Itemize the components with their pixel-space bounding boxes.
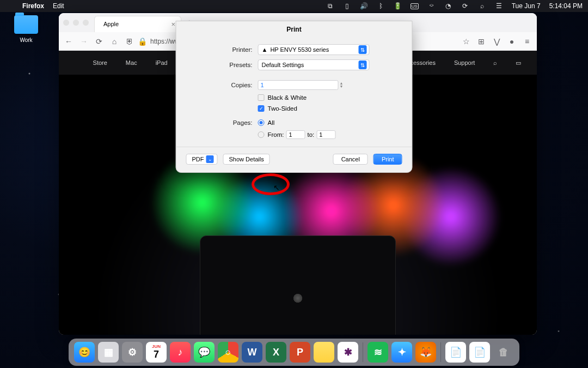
dock-document-2[interactable]: 📄 <box>469 342 490 363</box>
browser-tab-apple[interactable]: Apple × <box>94 16 181 32</box>
dock-safari[interactable]: ✦ <box>391 342 412 363</box>
menubar-edit[interactable]: Edit <box>53 2 64 10</box>
copies-label: Copies: <box>176 82 258 88</box>
bookmark-star-icon[interactable]: ☆ <box>462 37 470 46</box>
user-icon[interactable]: ◔ <box>444 2 452 10</box>
presets-select[interactable]: Default Settings ⇅ <box>258 59 370 70</box>
nav-ipad[interactable]: iPad <box>156 59 168 66</box>
dock-excel[interactable]: X <box>266 342 286 363</box>
sync-icon[interactable]: ⟳ <box>461 2 469 10</box>
pdf-dropdown-button[interactable]: PDF ⌄ <box>186 154 218 165</box>
select-chevron-icon: ⇅ <box>359 61 367 69</box>
dock-word[interactable]: W <box>242 342 262 363</box>
nav-mac[interactable]: Mac <box>126 59 137 66</box>
close-tab-icon[interactable]: × <box>171 20 175 28</box>
pdf-chevron-icon: ⌄ <box>206 155 214 163</box>
dock-launchpad[interactable]: ▦ <box>98 342 119 363</box>
pdf-label: PDF <box>192 156 204 162</box>
pages-label: Pages: <box>176 119 258 126</box>
dock-separator <box>440 342 441 362</box>
home-icon[interactable]: ⌂ <box>110 37 119 46</box>
bw-label: Black & White <box>268 94 307 101</box>
desktop-folder-work[interactable]: Work <box>10 15 42 43</box>
dock-messages[interactable]: 💬 <box>194 342 215 363</box>
reload-icon[interactable]: ⟳ <box>95 37 103 46</box>
bw-checkbox[interactable] <box>258 94 265 101</box>
printer-value: HP ENVY 5530 series <box>270 46 329 53</box>
dock-music[interactable]: ♪ <box>170 342 191 363</box>
nav-bag-icon[interactable]: ▭ <box>516 59 521 67</box>
warning-icon: ▲ <box>262 46 268 53</box>
bluetooth-icon[interactable]: ᛒ <box>377 2 385 10</box>
macos-menubar: Firefox Edit ⧉ ▯ 🔊 ᛒ 🔋 US ⌔ ◔ ⟳ ⌕ ☰ Tue … <box>0 0 588 12</box>
menubar-date[interactable]: Tue Jun 7 <box>512 2 541 10</box>
twosided-checkbox[interactable]: ✓ <box>258 105 265 112</box>
pages-range-radio[interactable] <box>258 131 265 138</box>
presets-value: Default Settings <box>262 62 304 68</box>
dock-powerpoint[interactable]: P <box>290 342 310 363</box>
pages-to-input[interactable] <box>316 130 335 139</box>
folder-icon <box>14 15 38 34</box>
print-dialog: Print Printer: ▲ HP ENVY 5530 series ⇅ P… <box>176 21 413 173</box>
lock-icon[interactable]: 🔒 <box>138 37 146 46</box>
nav-search-icon[interactable]: ⌕ <box>493 59 497 66</box>
forward-icon[interactable]: → <box>79 37 88 46</box>
print-dialog-title: Print <box>176 21 412 42</box>
device-icon[interactable]: ▯ <box>343 2 351 10</box>
dock-trash[interactable]: 🗑 <box>493 342 514 363</box>
dock-document-1[interactable]: 📄 <box>445 342 466 363</box>
dock-settings[interactable]: ⚙ <box>122 342 143 363</box>
select-chevron-icon: ⇅ <box>359 45 367 54</box>
dock-separator <box>363 342 363 362</box>
qr-icon[interactable]: ⊞ <box>477 37 486 46</box>
copies-stepper[interactable]: ▲▼ <box>340 81 344 89</box>
menubar-time: 5:14:04 PM <box>549 2 583 10</box>
window-controls[interactable] <box>63 20 89 26</box>
nav-store[interactable]: Store <box>93 59 107 66</box>
desktop-folder-label: Work <box>10 37 42 43</box>
volume-icon[interactable]: 🔊 <box>360 2 368 10</box>
pocket-icon[interactable]: ⋁ <box>492 37 501 46</box>
dock-calendar[interactable]: JUN7 <box>146 342 167 363</box>
cancel-button[interactable]: Cancel <box>333 154 368 165</box>
dock-finder[interactable]: 😊 <box>74 342 95 363</box>
account-icon[interactable]: ● <box>507 37 516 46</box>
dropbox-icon[interactable]: ⧉ <box>326 2 334 10</box>
nav-support[interactable]: Support <box>454 59 475 66</box>
show-details-button[interactable]: Show Details <box>223 154 270 165</box>
dock-slack[interactable]: ✱ <box>338 342 358 363</box>
hero-laptop-graphic <box>200 236 396 335</box>
battery-icon[interactable]: 🔋 <box>394 2 402 10</box>
print-button[interactable]: Print <box>373 154 402 165</box>
dock-chrome[interactable]: ○ <box>218 342 238 363</box>
pages-all-radio[interactable] <box>258 119 265 126</box>
hamburger-menu-icon[interactable]: ≡ <box>523 37 531 46</box>
pages-from-label: From: <box>268 131 284 138</box>
wifi-icon[interactable]: ⌔ <box>427 2 436 10</box>
pages-from-input[interactable] <box>286 130 305 139</box>
tab-title: Apple <box>103 21 119 27</box>
printer-label: Printer: <box>176 46 258 53</box>
presets-label: Presets: <box>176 62 258 68</box>
pages-all-label: All <box>268 119 275 126</box>
printer-select[interactable]: ▲ HP ENVY 5530 series ⇅ <box>258 44 370 55</box>
menubar-app-name[interactable]: Firefox <box>22 2 44 10</box>
macos-dock: 😊 ▦ ⚙ JUN7 ♪ 💬 ○ W X P ✱ ≋ ✦ 🦊 📄 📄 🗑 <box>69 339 519 366</box>
twosided-label: Two-Sided <box>268 105 297 112</box>
dock-notes[interactable] <box>314 342 334 363</box>
spotlight-icon[interactable]: ⌕ <box>478 2 486 10</box>
shield-icon[interactable]: ⛨ <box>125 37 134 46</box>
pages-to-label: to: <box>308 131 315 138</box>
copies-input[interactable] <box>258 80 339 90</box>
dock-firefox[interactable]: 🦊 <box>415 342 436 363</box>
input-source-icon[interactable]: US <box>411 3 419 9</box>
dock-spotify[interactable]: ≋ <box>367 342 388 363</box>
back-icon[interactable]: ← <box>64 37 73 46</box>
control-center-icon[interactable]: ☰ <box>495 2 503 10</box>
